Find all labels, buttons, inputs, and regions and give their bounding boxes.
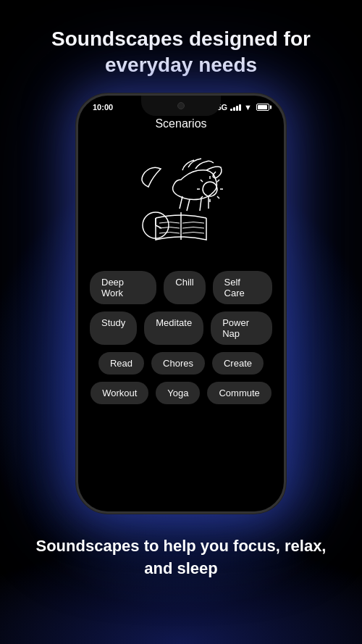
header-title: Soundscapes designed for everyday needs bbox=[0, 0, 362, 93]
svg-line-7 bbox=[217, 180, 219, 182]
scenarios-grid: Deep Work Chill Self Care Study Meditate… bbox=[78, 267, 284, 409]
chip-create[interactable]: Create bbox=[212, 352, 264, 375]
chip-self-care[interactable]: Self Care bbox=[213, 271, 272, 304]
illustration bbox=[78, 136, 284, 267]
phone-camera bbox=[177, 102, 185, 109]
scenarios-row-4: Workout Yoga Commute bbox=[90, 382, 272, 404]
phone-wrapper: 10:00 5G ▼ Scenarios bbox=[0, 93, 362, 514]
battery-icon bbox=[256, 104, 269, 111]
chip-deep-work[interactable]: Deep Work bbox=[90, 271, 156, 304]
chip-commute[interactable]: Commute bbox=[207, 382, 271, 404]
chip-chores[interactable]: Chores bbox=[151, 352, 205, 375]
svg-line-6 bbox=[217, 196, 219, 198]
svg-line-16 bbox=[156, 225, 161, 228]
wifi-icon: ▼ bbox=[244, 103, 252, 112]
chip-study[interactable]: Study bbox=[90, 311, 137, 345]
scenarios-row-1: Deep Work Chill Self Care bbox=[90, 271, 272, 304]
phone-screen: 10:00 5G ▼ Scenarios bbox=[78, 96, 284, 511]
status-time: 10:00 bbox=[93, 103, 113, 112]
scenarios-row-3: Read Chores Create bbox=[98, 352, 264, 375]
chip-power-nap[interactable]: Power Nap bbox=[211, 311, 272, 345]
chip-meditate[interactable]: Meditate bbox=[144, 311, 203, 345]
chip-chill[interactable]: Chill bbox=[164, 271, 205, 304]
svg-line-11 bbox=[200, 199, 201, 211]
svg-line-9 bbox=[180, 196, 182, 209]
svg-line-10 bbox=[187, 199, 190, 211]
svg-point-0 bbox=[203, 182, 217, 196]
phone-notch bbox=[141, 96, 221, 116]
chip-yoga[interactable]: Yoga bbox=[156, 382, 200, 404]
chip-read[interactable]: Read bbox=[98, 352, 144, 375]
phone-device: 10:00 5G ▼ Scenarios bbox=[76, 93, 286, 514]
signal-bars-icon bbox=[230, 104, 241, 111]
footer-text: Soundscapes to help you focus, relax, an… bbox=[0, 514, 362, 595]
chip-workout[interactable]: Workout bbox=[90, 382, 148, 404]
screen-title: Scenarios bbox=[78, 117, 284, 130]
scenarios-row-2: Study Meditate Power Nap bbox=[90, 311, 272, 345]
svg-line-5 bbox=[201, 180, 203, 182]
status-right: 5G ▼ bbox=[216, 103, 269, 112]
